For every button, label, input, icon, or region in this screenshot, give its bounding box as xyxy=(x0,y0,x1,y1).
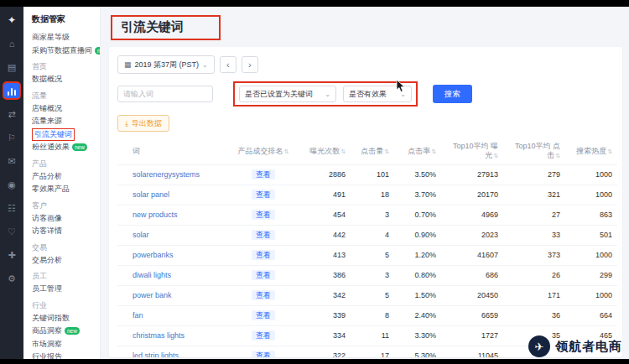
keyword-cell[interactable]: solar panel xyxy=(117,185,228,205)
keyword-cell[interactable]: solar xyxy=(117,225,228,245)
top10_impressions-cell: 4969 xyxy=(441,205,503,225)
sidebar-item-14[interactable]: 访客详情 xyxy=(32,225,100,238)
view-rank-link[interactable]: 查看 xyxy=(252,330,275,341)
sidebar-item-20[interactable]: 关键词指数 xyxy=(32,312,100,325)
sidebar-item-16[interactable]: 交易分析 xyxy=(32,254,100,268)
add-icon[interactable]: ✚ xyxy=(4,247,19,263)
sidebar-item-label: 数据概况 xyxy=(32,74,62,85)
sort-icon[interactable]: ⇅ xyxy=(431,148,436,154)
top10_impressions-cell: 20450 xyxy=(441,285,503,305)
products-icon[interactable]: ☷ xyxy=(4,200,19,216)
sidebar-item-21[interactable]: 商品洞察new xyxy=(32,325,100,338)
view-rank-link[interactable]: 查看 xyxy=(252,190,275,200)
keyword-cell[interactable]: diwali lights xyxy=(117,265,228,285)
sidebar-item-18[interactable]: 员工管理 xyxy=(32,283,100,296)
sidebar-item-5[interactable]: 店铺概况 xyxy=(32,102,100,116)
transfer-icon[interactable]: ⇄ xyxy=(4,107,19,122)
sidebar-item-label: 流量来源 xyxy=(32,116,62,127)
sort-icon[interactable]: ⇅ xyxy=(607,148,612,154)
keywords-table: 词产品成交排名⇅曝光次数⇅点击量⇅点击率⇅Top10平均 曝光⇅Top10平均 … xyxy=(117,138,617,357)
column-header-clicks[interactable]: 点击量⇅ xyxy=(351,138,394,164)
date-row: ▦ 2019 第37周 (PST) ⌄ ‹ › xyxy=(117,55,614,74)
view-rank-cell: 查看 xyxy=(228,225,299,245)
column-header-view[interactable]: 产品成交排名⇅ xyxy=(228,138,299,164)
top10_clicks-cell: 171 xyxy=(503,285,565,305)
top10_clicks-cell: 373 xyxy=(503,245,565,265)
sidebar-item-6[interactable]: 流量来源 xyxy=(32,115,100,128)
keyword-cell[interactable]: power bank xyxy=(117,285,228,305)
view-rank-cell: 查看 xyxy=(228,265,299,285)
sidebar-item-1[interactable]: 采购节数据直播间new xyxy=(32,44,100,58)
keyword-cell[interactable]: fan xyxy=(117,305,228,325)
search-button[interactable]: 搜索 xyxy=(433,85,472,103)
sort-icon[interactable]: ⇅ xyxy=(555,153,560,159)
sidebar-item-label: 行业报告 xyxy=(32,351,62,359)
view-rank-link[interactable]: 查看 xyxy=(252,270,275,280)
home-icon[interactable]: ⌂ xyxy=(4,36,19,51)
chart-bar-icon[interactable] xyxy=(4,83,19,98)
week-selector[interactable]: ▦ 2019 第37周 (PST) ⌄ xyxy=(117,55,215,74)
prev-week-button[interactable]: ‹ xyxy=(220,56,237,73)
user-icon[interactable]: ◉ xyxy=(4,177,19,192)
sidebar-item-label: 员工管理 xyxy=(32,283,62,294)
view-rank-link[interactable]: 查看 xyxy=(252,310,275,320)
sidebar-item-3[interactable]: 数据概况 xyxy=(32,73,100,86)
filter-set-keyword-dropdown[interactable]: 是否已设置为关键词 ⌄ xyxy=(239,86,336,102)
sidebar-item-8[interactable]: 粉丝通效果new xyxy=(32,141,100,154)
message-icon[interactable]: ✉ xyxy=(4,153,19,169)
view-rank-cell: 查看 xyxy=(228,285,299,305)
sidebar-item-23[interactable]: 行业报告 xyxy=(32,351,100,359)
filter-set-keyword-label: 是否已设置为关键词 xyxy=(245,89,313,100)
keyword-cell[interactable]: led strip lights xyxy=(117,346,228,357)
settings-icon[interactable]: ⚙ xyxy=(4,271,19,286)
keyword-cell[interactable]: new products xyxy=(117,205,228,225)
view-rank-link[interactable]: 查看 xyxy=(252,250,275,260)
letterbox-top xyxy=(0,0,629,7)
export-data-button[interactable]: ⤓ 导出数据 xyxy=(117,115,169,132)
view-rank-cell: 查看 xyxy=(228,164,299,185)
column-header-label: Top10平均 曝光 xyxy=(453,142,498,159)
heat-cell: 664 xyxy=(565,305,617,325)
view-rank-link[interactable]: 查看 xyxy=(252,351,275,358)
sort-icon[interactable]: ⇅ xyxy=(384,148,389,154)
heat-cell: 501 xyxy=(565,225,617,245)
column-header-heat[interactable]: 搜索热度⇅ xyxy=(565,138,617,164)
sort-icon[interactable]: ⇅ xyxy=(340,148,346,154)
keyword-search-input[interactable] xyxy=(117,86,213,102)
view-rank-link[interactable]: 查看 xyxy=(252,230,275,240)
sidebar-item-22[interactable]: 市场洞察 xyxy=(32,338,100,351)
view-rank-link[interactable]: 查看 xyxy=(252,290,275,300)
column-header-ctr[interactable]: 点击率⇅ xyxy=(394,138,441,164)
view-rank-link[interactable]: 查看 xyxy=(252,210,275,220)
sidebar-item-11[interactable]: 零效果产品 xyxy=(32,183,100,196)
sidebar-item-13[interactable]: 访客画像 xyxy=(32,212,100,226)
campaign-icon[interactable]: ⚐ xyxy=(4,130,19,145)
column-header-impressions[interactable]: 曝光次数⇅ xyxy=(299,138,351,164)
filter-effective-dropdown[interactable]: 是否有效果 ⌄ xyxy=(343,86,412,102)
sidebar-item-10[interactable]: 产品分析 xyxy=(32,170,100,184)
favorites-icon[interactable]: ♡ xyxy=(4,224,19,239)
column-header-keyword: 词 xyxy=(117,138,228,164)
keyword-cell[interactable]: powerbanks xyxy=(117,245,228,265)
keywords-card: ▦ 2019 第37周 (PST) ⌄ ‹ › 是否已设置为关键词 ⌄ xyxy=(109,47,622,357)
sidebar-item-7[interactable]: 引流关键词 xyxy=(32,128,100,142)
sidebar-section-label: 交易 xyxy=(32,242,100,254)
icon-rail: ✦⌂▤⇄⚐✉◉☷♡✚⚙ xyxy=(0,7,23,359)
ctr-cell: 3.50% xyxy=(394,164,441,185)
keyword-cell[interactable]: solarenergysystems xyxy=(117,164,228,185)
sort-icon[interactable]: ⇅ xyxy=(493,153,498,159)
view-rank-link[interactable]: 查看 xyxy=(252,169,275,179)
next-week-button[interactable]: › xyxy=(242,56,258,73)
annotation-box-title: 引流关键词 xyxy=(111,15,221,40)
view-rank-cell: 查看 xyxy=(228,346,299,357)
sort-icon[interactable]: ⇅ xyxy=(284,148,289,154)
sidebar-item-0[interactable]: 商家星等级 xyxy=(32,31,100,44)
column-header-top10_clicks[interactable]: Top10平均 点击⇅ xyxy=(503,138,565,164)
column-header-top10_impressions[interactable]: Top10平均 曝光⇅ xyxy=(441,138,503,164)
sidebar-item-label: 访客画像 xyxy=(32,213,62,224)
table-row: solarenergysystems查看28861013.50%27913279… xyxy=(117,164,617,185)
orders-icon[interactable]: ▤ xyxy=(4,60,19,75)
keyword-cell[interactable]: christmas lights xyxy=(117,325,228,346)
app-logo-icon[interactable]: ✦ xyxy=(4,13,19,28)
sidebar-section-label: 产品 xyxy=(32,158,100,170)
